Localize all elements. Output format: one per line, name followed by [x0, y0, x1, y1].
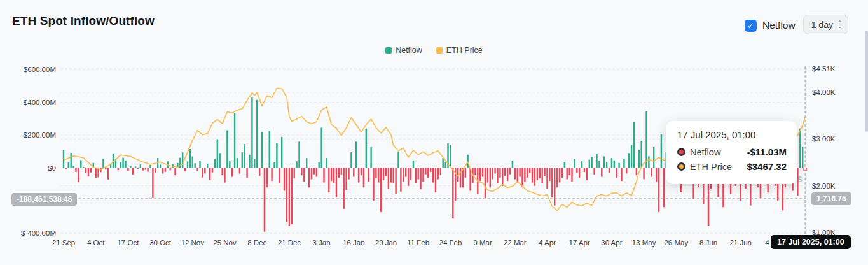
netflow-bar[interactable] [529, 168, 530, 173]
netflow-bar[interactable] [432, 168, 434, 183]
netflow-bar[interactable] [519, 168, 520, 177]
netflow-bar[interactable] [643, 168, 644, 180]
netflow-bar[interactable] [574, 159, 575, 168]
netflow-bar[interactable] [338, 168, 340, 178]
netflow-bar[interactable] [614, 161, 615, 168]
netflow-bar[interactable] [320, 128, 322, 168]
netflow-bar[interactable] [395, 168, 396, 194]
netflow-bar[interactable] [385, 168, 387, 176]
netflow-bar[interactable] [311, 168, 312, 180]
netflow-bar[interactable] [658, 168, 659, 212]
netflow-bar[interactable] [603, 157, 605, 168]
netflow-bar[interactable] [113, 154, 114, 168]
netflow-bar[interactable] [802, 147, 803, 168]
netflow-bar[interactable] [303, 168, 305, 182]
netflow-bar[interactable] [378, 168, 379, 183]
netflow-bar[interactable] [358, 168, 359, 183]
netflow-bar[interactable] [291, 168, 293, 225]
netflow-bar[interactable] [298, 141, 300, 168]
netflow-bar[interactable] [162, 168, 163, 174]
netflow-bar[interactable] [132, 168, 134, 175]
netflow-bar[interactable] [130, 166, 131, 168]
netflow-bar[interactable] [219, 153, 221, 168]
netflow-bar[interactable] [661, 134, 662, 168]
netflow-bar[interactable] [593, 168, 595, 175]
netflow-bar[interactable] [231, 168, 233, 177]
netflow-bar[interactable] [313, 168, 315, 175]
netflow-bar[interactable] [319, 162, 320, 168]
netflow-bar[interactable] [249, 155, 250, 168]
netflow-bar[interactable] [187, 161, 188, 168]
netflow-bar[interactable] [405, 168, 406, 177]
netflow-bar[interactable] [350, 152, 352, 168]
netflow-bar[interactable] [618, 163, 619, 168]
netflow-bar[interactable] [281, 137, 282, 168]
netflow-bar[interactable] [561, 168, 563, 178]
netflow-bar[interactable] [437, 168, 439, 180]
netflow-bar[interactable] [517, 168, 518, 183]
netflow-bar[interactable] [641, 141, 642, 168]
netflow-bar[interactable] [251, 97, 252, 168]
netflow-bar[interactable] [564, 162, 565, 168]
netflow-bar[interactable] [306, 158, 307, 168]
netflow-bar[interactable] [482, 168, 483, 177]
netflow-bar[interactable] [273, 162, 275, 168]
netflow-bar[interactable] [799, 129, 801, 168]
netflow-bar[interactable] [204, 168, 205, 174]
netflow-bar[interactable] [653, 147, 654, 168]
netflow-bar[interactable] [289, 168, 290, 226]
netflow-bar[interactable] [355, 141, 357, 168]
netflow-bar[interactable] [72, 166, 74, 168]
netflow-bar[interactable] [638, 150, 640, 168]
netflow-bar[interactable] [485, 168, 486, 199]
netflow-bar[interactable] [559, 168, 560, 183]
netflow-bar[interactable] [120, 162, 121, 168]
netflow-bar[interactable] [408, 168, 409, 186]
netflow-bar[interactable] [601, 168, 602, 177]
netflow-bar[interactable] [581, 161, 582, 168]
netflow-bar[interactable] [366, 129, 367, 168]
netflow-bar[interactable] [474, 168, 476, 176]
netflow-bar[interactable] [296, 161, 297, 168]
netflow-bar[interactable] [261, 132, 263, 168]
netflow-bar[interactable] [556, 168, 558, 188]
netflow-bar[interactable] [100, 168, 101, 173]
netflow-bar[interactable] [521, 168, 523, 188]
netflow-bar[interactable] [301, 168, 302, 176]
netflow-bar[interactable] [576, 168, 577, 173]
netflow-bar[interactable] [229, 161, 230, 168]
netflow-bar[interactable] [596, 154, 597, 168]
netflow-bar[interactable] [294, 168, 295, 179]
netflow-bar[interactable] [331, 168, 332, 182]
netflow-bar[interactable] [425, 168, 426, 175]
netflow-bar[interactable] [345, 168, 347, 190]
netflow-bar[interactable] [467, 155, 469, 168]
netflow-bar[interactable] [494, 168, 495, 174]
netflow-bar[interactable] [333, 168, 334, 183]
netflow-bar[interactable] [184, 168, 186, 171]
netflow-bar[interactable] [420, 168, 421, 189]
netflow-bar[interactable] [532, 168, 533, 183]
netflow-bar[interactable] [631, 145, 632, 168]
netflow-bar[interactable] [259, 168, 260, 176]
netflow-bar[interactable] [147, 168, 148, 172]
netflow-bar[interactable] [591, 157, 593, 168]
netflow-bar[interactable] [579, 168, 580, 178]
netflow-bar[interactable] [226, 130, 228, 168]
netflow-bar[interactable] [544, 168, 545, 176]
netflow-bar[interactable] [85, 168, 86, 173]
netflow-bar[interactable] [174, 168, 176, 176]
netflow-bar[interactable] [328, 168, 329, 193]
netflow-bar[interactable] [452, 168, 453, 219]
netflow-bar[interactable] [450, 145, 451, 168]
netflow-bar[interactable] [160, 164, 161, 168]
netflow-bar[interactable] [534, 168, 535, 186]
netflow-bar[interactable] [88, 168, 89, 176]
netflow-bar[interactable] [182, 152, 183, 168]
netflow-bar[interactable] [606, 162, 607, 168]
netflow-bar[interactable] [479, 168, 481, 182]
scrollbar-thumb[interactable] [865, 31, 868, 132]
netflow-bar[interactable] [490, 168, 491, 188]
netflow-bar[interactable] [598, 161, 600, 168]
netflow-bar[interactable] [266, 168, 268, 188]
